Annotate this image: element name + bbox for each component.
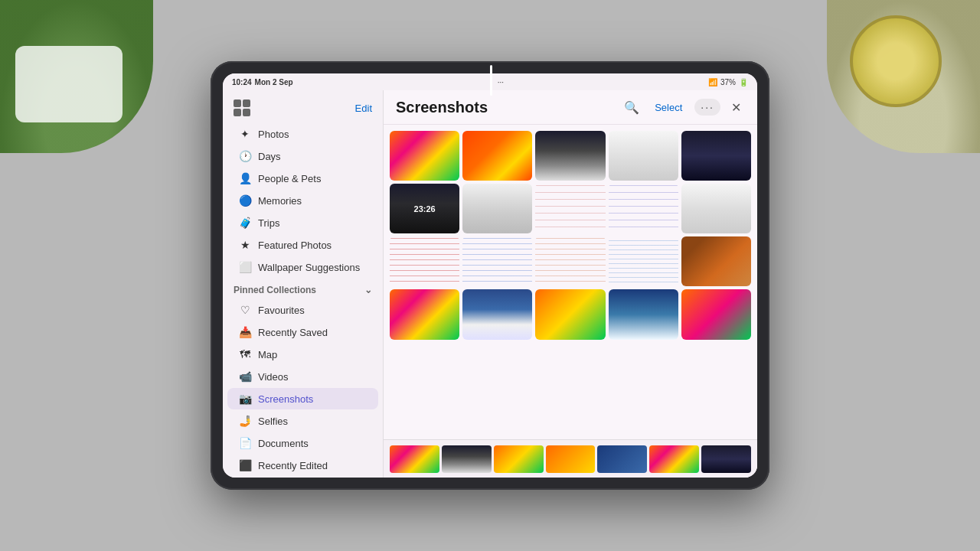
memories-icon: 🔵 bbox=[238, 194, 252, 207]
photo-thumbnail[interactable] bbox=[462, 236, 532, 286]
sidebar-label-wallpaper: Wallpaper Suggestions bbox=[258, 262, 360, 273]
select-button[interactable]: Select bbox=[648, 99, 688, 116]
sidebar-label-favourites: Favourites bbox=[258, 305, 305, 316]
sidebar-label-recently-saved: Recently Saved bbox=[258, 327, 328, 338]
sidebar-label-videos: Videos bbox=[258, 371, 289, 383]
sidebar-item-screenshots[interactable]: 📷 Screenshots bbox=[227, 388, 378, 409]
search-button[interactable]: 🔍 bbox=[621, 96, 642, 118]
sidebar-label-recently-edited: Recently Edited bbox=[258, 460, 328, 471]
more-menu-button[interactable]: ··· bbox=[694, 99, 720, 116]
wifi-icon: 📶 bbox=[708, 78, 717, 86]
scrubber-thumb[interactable] bbox=[442, 445, 492, 473]
sidebar-item-featured-photos[interactable]: ★ Featured Photos bbox=[227, 234, 378, 256]
sidebar-item-videos[interactable]: 📹 Videos bbox=[227, 366, 378, 387]
recently-saved-icon: 📥 bbox=[238, 326, 252, 338]
sidebar-item-map[interactable]: 🗺 Map bbox=[227, 344, 378, 365]
photo-thumbnail[interactable] bbox=[535, 289, 605, 339]
photo-thumbnail[interactable] bbox=[609, 131, 678, 181]
photo-thumbnail[interactable] bbox=[681, 289, 751, 339]
photo-thumbnail[interactable] bbox=[681, 236, 751, 286]
status-time: 10:24 bbox=[232, 78, 252, 86]
scrubber-thumb[interactable] bbox=[546, 445, 596, 473]
photo-thumbnail[interactable] bbox=[390, 131, 459, 181]
sidebar-item-wallpaper[interactable]: ⬜ Wallpaper Suggestions bbox=[227, 256, 378, 278]
grid-cell bbox=[243, 99, 250, 107]
sidebar-label-days: Days bbox=[258, 151, 281, 162]
sidebar: Edit ✦ Photos 🕐 Days 👤 People & Pets 🔵 bbox=[223, 90, 384, 478]
featured-photos-icon: ★ bbox=[238, 239, 252, 251]
photo-thumbnail[interactable] bbox=[535, 184, 605, 233]
photo-thumbnail[interactable] bbox=[609, 289, 678, 339]
status-right: 📶 37% 🔋 bbox=[708, 78, 748, 86]
sidebar-label-selfies: Selfies bbox=[258, 416, 288, 427]
ipad-screen: 10:24 Mon 2 Sep ··· 📶 37% 🔋 bbox=[223, 73, 757, 478]
photo-thumbnail[interactable]: 23:26 bbox=[390, 184, 459, 233]
photo-thumbnail[interactable] bbox=[390, 236, 459, 286]
panel-actions: 🔍 Select ··· ✕ bbox=[621, 96, 745, 118]
recently-edited-icon: ⬛ bbox=[238, 459, 252, 471]
edit-button[interactable]: Edit bbox=[355, 103, 372, 114]
wallpaper-icon: ⬜ bbox=[238, 261, 252, 273]
photo-thumbnail[interactable] bbox=[609, 184, 678, 233]
pinned-collections-header: Pinned Collections ⌄ bbox=[223, 279, 383, 298]
favourites-icon: ♡ bbox=[238, 304, 252, 316]
close-button[interactable]: ✕ bbox=[727, 98, 745, 116]
sidebar-label-map: Map bbox=[258, 349, 277, 360]
ipad-frame: 10:24 Mon 2 Sep ··· 📶 37% 🔋 bbox=[211, 61, 769, 490]
sidebar-item-trips[interactable]: 🧳 Trips bbox=[227, 212, 378, 233]
grid-cell bbox=[243, 109, 250, 116]
pinned-collapse-icon[interactable]: ⌄ bbox=[364, 285, 372, 295]
sidebar-label-screenshots: Screenshots bbox=[258, 393, 313, 405]
photo-scrubber[interactable] bbox=[384, 439, 757, 478]
photo-thumbnail[interactable] bbox=[609, 236, 678, 286]
sidebar-item-selfies[interactable]: 🤳 Selfies bbox=[227, 410, 378, 432]
scrubber-thumb[interactable] bbox=[494, 445, 544, 473]
photo-grid: 23:26 bbox=[390, 131, 751, 340]
photo-thumbnail[interactable] bbox=[462, 184, 532, 233]
grid-cell bbox=[234, 109, 241, 116]
sidebar-item-recently-saved[interactable]: 📥 Recently Saved bbox=[227, 321, 378, 343]
sidebar-item-documents[interactable]: 📄 Documents bbox=[227, 432, 378, 454]
battery-icon: 🔋 bbox=[739, 78, 748, 86]
clock-decoration bbox=[850, 15, 942, 107]
photo-thumbnail[interactable] bbox=[535, 131, 605, 181]
sidebar-header: Edit bbox=[223, 96, 383, 122]
trips-icon: 🧳 bbox=[238, 217, 252, 229]
sidebar-item-recently-edited[interactable]: ⬛ Recently Edited bbox=[227, 455, 378, 476]
photo-grid-container[interactable]: 23:26 bbox=[384, 125, 757, 439]
grid-icon[interactable] bbox=[234, 99, 250, 116]
main-panel: Screenshots 🔍 Select ··· ✕ bbox=[384, 90, 757, 478]
pinned-collections-label: Pinned Collections bbox=[234, 285, 316, 295]
sidebar-label-documents: Documents bbox=[258, 438, 309, 449]
photo-thumbnail[interactable] bbox=[462, 131, 532, 181]
days-icon: 🕐 bbox=[238, 150, 252, 162]
scrubber-thumb[interactable] bbox=[649, 445, 699, 473]
people-pets-icon: 👤 bbox=[238, 172, 252, 184]
scrubber-thumb[interactable] bbox=[701, 445, 751, 473]
sidebar-item-days[interactable]: 🕐 Days bbox=[227, 145, 378, 167]
photo-thumbnail[interactable] bbox=[462, 289, 532, 339]
status-center-dots: ··· bbox=[498, 78, 504, 86]
status-date: Mon 2 Sep bbox=[255, 78, 293, 86]
sidebar-item-photos[interactable]: ✦ Photos bbox=[227, 123, 378, 145]
photo-thumbnail[interactable] bbox=[390, 289, 459, 339]
photos-icon: ✦ bbox=[238, 128, 252, 140]
sidebar-item-people-pets[interactable]: 👤 People & Pets bbox=[227, 168, 378, 189]
sidebar-item-favourites[interactable]: ♡ Favourites bbox=[227, 299, 378, 321]
plant-pot-left bbox=[15, 46, 122, 122]
documents-icon: 📄 bbox=[238, 437, 252, 449]
photo-thumbnail[interactable] bbox=[681, 131, 751, 181]
scrubber-thumb[interactable] bbox=[390, 445, 439, 473]
photo-thumbnail[interactable] bbox=[535, 236, 605, 286]
sidebar-item-memories[interactable]: 🔵 Memories bbox=[227, 190, 378, 211]
sidebar-label-featured-photos: Featured Photos bbox=[258, 240, 332, 251]
grid-cell bbox=[234, 99, 241, 107]
sidebar-label-trips: Trips bbox=[258, 217, 279, 229]
panel-header: Screenshots 🔍 Select ··· ✕ bbox=[384, 90, 757, 125]
photo-thumbnail[interactable] bbox=[681, 184, 751, 233]
scrubber-thumb[interactable] bbox=[597, 445, 647, 473]
sidebar-label-photos: Photos bbox=[258, 129, 289, 140]
videos-icon: 📹 bbox=[238, 370, 252, 383]
selfies-icon: 🤳 bbox=[238, 415, 252, 427]
battery-level: 37% bbox=[720, 78, 736, 86]
